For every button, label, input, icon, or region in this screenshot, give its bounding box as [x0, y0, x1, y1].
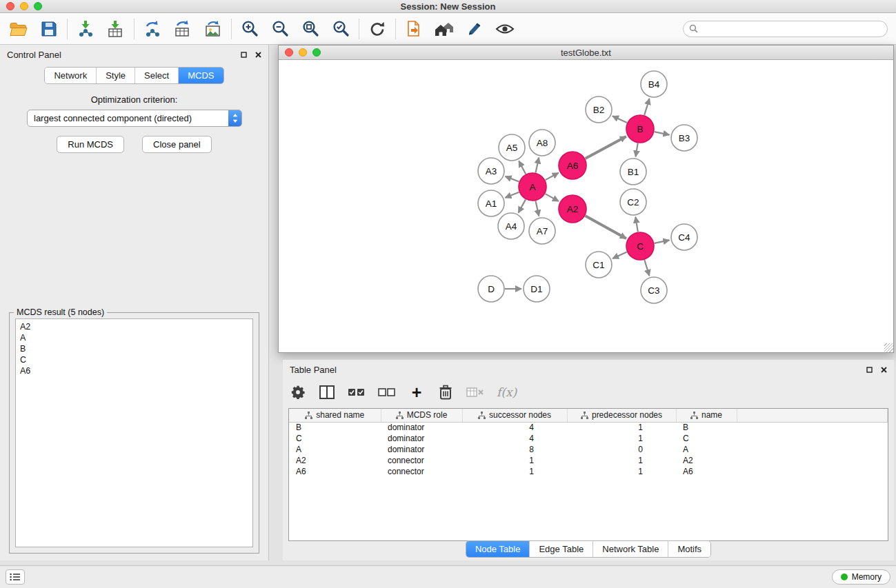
export-image-icon[interactable] [203, 19, 223, 39]
network-edge-C-C2[interactable] [635, 217, 637, 232]
close-panel-button[interactable]: Close panel [142, 136, 212, 153]
table-row[interactable]: Bdominator41B [289, 422, 888, 433]
network-edge-B-B3[interactable] [655, 132, 670, 134]
tab-select[interactable]: Select [135, 68, 179, 83]
mcds-result-list: A2ABCA6 [15, 318, 253, 547]
minimize-network-window-button[interactable] [299, 48, 307, 57]
zoom-out-icon[interactable] [270, 19, 290, 39]
network-edge-C-C1[interactable] [613, 252, 627, 258]
network-node-A6[interactable]: A6 [559, 152, 586, 179]
new-network-icon[interactable] [142, 19, 163, 39]
table-tab-edge-table[interactable]: Edge Table [530, 541, 593, 557]
network-edge-B-B4[interactable] [644, 99, 649, 115]
resize-grip[interactable] [884, 343, 893, 352]
network-node-C2[interactable]: C2 [620, 189, 646, 215]
zoom-window-button[interactable] [34, 2, 42, 10]
table-row[interactable]: Adominator80A [289, 444, 888, 455]
table-tab-motifs[interactable]: Motifs [668, 541, 710, 557]
network-node-B1[interactable]: B1 [620, 159, 646, 185]
deselect-all-icon[interactable] [378, 387, 396, 397]
new-table-icon[interactable] [172, 19, 193, 39]
zoom-network-window-button[interactable] [312, 48, 321, 57]
network-edge-A-A6[interactable] [546, 173, 559, 180]
table-row[interactable]: Cdominator41C [289, 433, 888, 444]
network-node-B2[interactable]: B2 [586, 97, 612, 123]
import-network-icon[interactable] [75, 19, 96, 39]
delete-column-trash-icon[interactable] [437, 385, 454, 400]
network-node-A1[interactable]: A1 [478, 190, 504, 216]
network-edge-A6-B[interactable] [586, 136, 626, 159]
table-cell: dominator [381, 422, 462, 433]
tab-network[interactable]: Network [45, 68, 97, 83]
open-file-icon[interactable] [8, 19, 29, 39]
close-window-button[interactable] [6, 2, 14, 10]
network-edge-A-A7[interactable] [536, 201, 539, 216]
task-history-button[interactable] [6, 569, 25, 585]
table-tab-node-table[interactable]: Node Table [466, 541, 530, 557]
tab-style[interactable]: Style [97, 68, 135, 83]
table-tab-network-table[interactable]: Network Table [593, 541, 668, 557]
network-node-A3[interactable]: A3 [478, 158, 504, 184]
network-node-C1[interactable]: C1 [586, 252, 612, 278]
network-node-A[interactable]: A [519, 173, 546, 201]
network-node-A8[interactable]: A8 [529, 130, 555, 156]
network-edge-A2-C[interactable] [585, 216, 626, 239]
network-node-A2[interactable]: A2 [559, 195, 586, 223]
network-node-B3[interactable]: B3 [671, 125, 697, 151]
network-edge-A-A1[interactable] [505, 192, 519, 198]
network-canvas[interactable]: B4B2BB3A5A8A6A3AB1A1A2C2A4A7C4CC1C3DD1 [279, 61, 893, 352]
network-node-B[interactable]: B [626, 115, 654, 143]
network-node-A4[interactable]: A4 [498, 213, 524, 239]
network-edge-C-C3[interactable] [644, 260, 649, 276]
add-column-icon[interactable]: + [408, 385, 425, 399]
network-node-A7[interactable]: A7 [529, 218, 555, 244]
network-edge-B-B2[interactable] [613, 116, 627, 123]
table-row[interactable]: A2connector11A2 [289, 455, 888, 466]
network-edge-C-C4[interactable] [655, 240, 670, 243]
show-columns-icon[interactable] [319, 385, 335, 399]
tab-mcds[interactable]: MCDS [179, 68, 223, 83]
table-row[interactable]: A6connector11A6 [289, 466, 888, 477]
zoom-fit-icon[interactable] [300, 19, 321, 39]
export-document-icon[interactable] [404, 19, 424, 39]
network-edge-A-A4[interactable] [519, 199, 526, 212]
network-node-B4[interactable]: B4 [641, 71, 667, 97]
column-header-predecessor-nodes[interactable]: predecessor nodes [567, 409, 676, 422]
float-panel-icon[interactable] [241, 52, 247, 58]
minimize-window-button[interactable] [20, 2, 28, 10]
svg-text:A6: A6 [567, 161, 579, 171]
run-mcds-button[interactable]: Run MCDS [57, 136, 124, 153]
select-all-icon[interactable] [348, 387, 366, 397]
close-network-window-button[interactable] [285, 48, 293, 57]
close-table-panel-icon[interactable] [881, 367, 887, 373]
save-session-icon[interactable] [39, 19, 59, 39]
optimization-criterion-dropdown[interactable]: largest connected component (directed) [27, 110, 242, 127]
network-edge-A-A2[interactable] [545, 194, 559, 201]
network-edge-A-A8[interactable] [536, 158, 539, 173]
search-input[interactable] [701, 24, 882, 34]
network-node-D[interactable]: D [478, 276, 504, 302]
zoom-in-icon[interactable] [239, 19, 260, 39]
home-icon[interactable] [434, 19, 455, 39]
network-edge-A-A5[interactable] [519, 161, 526, 174]
network-node-C3[interactable]: C3 [641, 277, 667, 303]
annotation-pen-icon[interactable] [464, 19, 485, 39]
column-header-name[interactable]: name [676, 409, 737, 422]
network-edge-A-A3[interactable] [506, 176, 519, 182]
column-header-shared-name[interactable]: shared name [289, 409, 381, 422]
import-table-icon[interactable] [106, 19, 126, 39]
network-node-A5[interactable]: A5 [499, 134, 525, 161]
refresh-icon[interactable] [367, 19, 388, 39]
float-table-panel-icon[interactable] [866, 367, 873, 373]
network-node-C[interactable]: C [626, 232, 654, 260]
table-settings-gear-icon[interactable] [290, 385, 306, 400]
close-panel-icon[interactable] [255, 52, 261, 58]
network-node-C4[interactable]: C4 [671, 224, 697, 250]
network-edge-B-B1[interactable] [636, 143, 638, 157]
zoom-selected-icon[interactable] [330, 19, 351, 39]
memory-button[interactable]: Memory [832, 569, 890, 585]
network-node-D1[interactable]: D1 [524, 276, 550, 302]
column-header-successor-nodes[interactable]: successor nodes [462, 409, 567, 422]
eye-icon[interactable] [495, 19, 515, 39]
column-header-mcds-role[interactable]: MCDS role [381, 409, 462, 422]
